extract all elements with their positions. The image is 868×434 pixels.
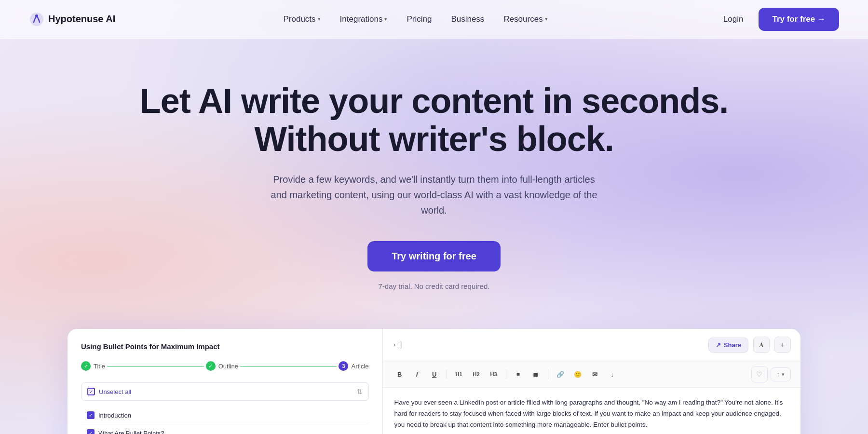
translate-icon: 𝐀 [759,341,764,349]
nav-item-resources[interactable]: Resources ▾ [496,11,555,28]
outline-item-what-are[interactable]: What Are Bullet Points? [81,424,369,434]
navbar: Hypotenuse AI Products ▾ Integrations ▾ … [0,0,868,39]
email-button[interactable]: ✉ [588,367,602,381]
fmt-separator-3 [548,369,548,379]
nav-item-products[interactable]: Products ▾ [275,11,328,28]
toolbar-left: ←| [393,340,402,349]
fmt-separator-1 [447,369,447,379]
hero-cta-button[interactable]: Try writing for free [367,241,501,271]
hero-section: Let AI write your content in seconds. Wi… [0,39,868,319]
list-button[interactable]: ≡ [511,367,526,381]
share-button[interactable]: ↗ Share [708,338,748,353]
editor-paragraph-1: Have you ever seen a LinkedIn post or ar… [394,397,789,431]
chevron-down-icon: ▾ [545,16,548,22]
demo-right-panel: ←| ↗ Share 𝐀 + [383,329,800,434]
demo-doc-title: Using Bullet Points for Maximum Impact [81,342,369,351]
chevron-down-icon: ▾ [318,16,321,22]
hero-title: Let AI write your content in seconds. Wi… [10,82,858,158]
nav-actions: Login Try for free → [716,8,839,31]
italic-button[interactable]: I [410,367,424,381]
hero-subtitle: Provide a few keywords, and we'll instan… [265,172,603,218]
share-icon: ↗ [716,341,721,349]
steps-row: ✓ Title ✓ Outline 3 Article [81,361,369,371]
logo-link[interactable]: Hypotenuse AI [29,12,115,27]
step-check-icon: ✓ [206,361,216,371]
logo-icon [29,12,44,27]
fmt-right: ♡ ↑ ▾ [751,366,791,382]
favorite-button[interactable]: ♡ [751,366,768,382]
demo-card: Using Bullet Points for Maximum Impact ✓… [68,329,800,434]
step-check-icon: ✓ [81,361,91,371]
indent-button[interactable]: ↓ [605,367,620,381]
underline-button[interactable]: U [427,367,442,381]
brand-name: Hypotenuse AI [48,14,115,25]
chevron-down-icon: ▾ [384,16,387,22]
unselect-checkbox[interactable] [87,388,95,395]
nav-item-business[interactable]: Business [443,11,492,28]
fmt-left: B I U H1 H2 H3 ≡ ≣ 🔗 🙂 ✉ ↓ [393,367,620,381]
add-icon-button[interactable]: + [774,337,791,353]
demo-left-panel: Using Bullet Points for Maximum Impact ✓… [68,329,383,434]
translate-icon-button[interactable]: 𝐀 [753,337,770,353]
nav-links: Products ▾ Integrations ▾ Pricing Busine… [275,11,555,28]
step-line-1 [107,366,204,366]
editor-toolbar-fmt: B I U H1 H2 H3 ≡ ≣ 🔗 🙂 ✉ ↓ [383,361,800,388]
demo-container: Using Bullet Points for Maximum Impact ✓… [0,329,868,434]
svg-point-1 [35,14,38,17]
sort-icon: ⇅ [357,388,363,395]
try-free-button[interactable]: Try for free → [759,8,839,31]
unselect-all-row[interactable]: Unselect all ⇅ [81,382,369,401]
plus-icon: + [781,341,785,349]
bold-button[interactable]: B [393,367,407,381]
toolbar-right: ↗ Share 𝐀 + [708,337,791,353]
link-button[interactable]: 🔗 [553,367,568,381]
upload-button[interactable]: ↑ ▾ [771,367,791,381]
cursor-icon: ←| [393,340,402,349]
nav-item-pricing[interactable]: Pricing [399,11,439,28]
step-line-2 [240,366,337,366]
step-num-icon: 3 [339,361,348,371]
outline-checkbox-2[interactable] [87,429,95,434]
unselect-label: Unselect all [87,388,131,395]
editor-toolbar-top: ←| ↗ Share 𝐀 + [383,329,800,361]
editor-content: Have you ever seen a LinkedIn post or ar… [383,388,800,434]
step-outline: ✓ Outline [206,361,238,371]
step-title: ✓ Title [81,361,105,371]
step-article: 3 Article [339,361,368,371]
login-link[interactable]: Login [716,11,751,28]
outline-item-introduction[interactable]: Introduction [81,407,369,424]
outline-checkbox-1[interactable] [87,411,95,419]
nav-item-integrations[interactable]: Integrations ▾ [332,11,395,28]
hero-note: 7-day trial. No credit card required. [10,282,858,290]
upload-icon: ↑ [777,371,780,378]
emoji-button[interactable]: 🙂 [570,367,585,381]
h3-button[interactable]: H3 [487,367,501,381]
ordered-list-button[interactable]: ≣ [529,367,543,381]
h1-button[interactable]: H1 [452,367,466,381]
chevron-down-icon: ▾ [782,371,785,378]
h2-button[interactable]: H2 [469,367,484,381]
fmt-separator-2 [506,369,506,379]
